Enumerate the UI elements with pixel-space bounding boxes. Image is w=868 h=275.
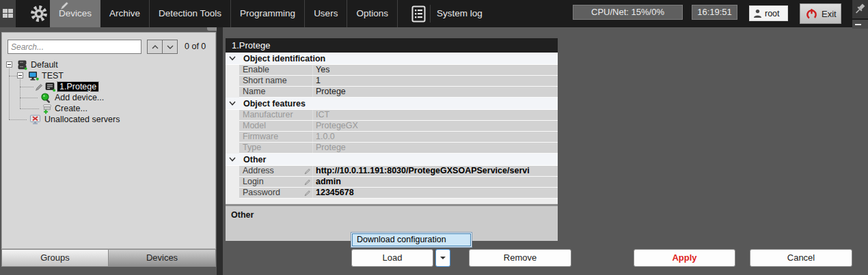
edit-pencil-icon (35, 83, 44, 91)
chevron-down-icon (229, 56, 236, 61)
search-input[interactable] (8, 40, 141, 54)
property-label: Manufacturer (239, 110, 313, 120)
footer-tab-devices[interactable]: Devices (108, 249, 216, 267)
exit-button[interactable]: Exit (800, 3, 841, 24)
property-value[interactable]: http://10.0.11.191:8030/ProtegeGXSOAPSer… (313, 166, 558, 176)
section-object-features[interactable]: Object features (226, 98, 558, 110)
dropdown-arrow-icon (440, 257, 446, 262)
chevron-down-icon (229, 101, 236, 106)
property-row-enable[interactable]: Enable Yes (239, 65, 558, 76)
property-row-short-name[interactable]: Short name 1 (239, 76, 558, 87)
gear-icon[interactable] (30, 5, 48, 23)
tab-devices[interactable]: Devices (50, 0, 100, 27)
panel-splitter[interactable] (217, 27, 223, 275)
search-next-button[interactable] (162, 40, 178, 54)
tree-item-default[interactable]: Default (2, 59, 217, 70)
tree-item-label: Unallocated servers (44, 115, 120, 124)
pin-button[interactable] (852, 0, 868, 18)
load-button[interactable]: Load (351, 249, 433, 267)
search-result-count: 0 of 0 (185, 42, 206, 51)
property-label: Enable (239, 65, 313, 75)
section-object-identification[interactable]: Object identification (226, 53, 558, 65)
tab-options[interactable]: Options (347, 0, 398, 27)
panel-title: 1.Protege (226, 38, 558, 53)
property-label: Model (239, 121, 313, 131)
property-row-firmware: Firmware 1.0.0 (239, 132, 558, 143)
tree-item-unallocated-servers[interactable]: Unallocated servers (2, 114, 217, 125)
property-label: Address (239, 166, 313, 176)
apply-button[interactable]: Apply (634, 249, 735, 267)
user-name: root (765, 9, 780, 18)
tab-users[interactable]: Users (305, 0, 347, 27)
tree-item-label: Create... (55, 104, 87, 113)
top-bar: Devices Archive Detection Tools Programm… (0, 0, 868, 27)
chevron-down-icon (167, 45, 174, 49)
tree-item-label: Add device... (55, 93, 104, 102)
edit-pencil-icon (304, 179, 311, 186)
section-title: Object features (243, 99, 306, 108)
property-value[interactable]: 12345678 (313, 188, 558, 198)
description-title: Other (226, 206, 558, 220)
collapse-button[interactable] (852, 20, 868, 29)
property-label: Name (239, 87, 313, 97)
user-button[interactable]: root (749, 5, 788, 21)
create-box-icon (42, 104, 53, 114)
device-tree-panel: 0 of 0 Default TEST (1, 32, 216, 249)
property-value[interactable]: admin (313, 177, 558, 187)
property-label: Password (239, 188, 313, 198)
cancel-button[interactable]: Cancel (750, 249, 852, 267)
property-value[interactable]: Yes (313, 65, 558, 75)
footer-tab-groups[interactable]: Groups (1, 249, 109, 267)
tree-item-label: TEST (42, 71, 64, 81)
tree-expander[interactable] (17, 72, 23, 78)
user-icon (753, 9, 762, 18)
apps-menu-button[interactable] (0, 0, 16, 27)
property-value: Protege (313, 143, 558, 153)
clock: 16:19:51 (692, 5, 737, 20)
apps-grid-icon (3, 9, 13, 18)
unallocated-monitor-icon (29, 115, 42, 125)
power-icon (805, 8, 818, 20)
tree-expander[interactable] (6, 61, 12, 68)
edit-pencil-icon (304, 168, 311, 175)
minimize-icon (855, 24, 861, 25)
section-other[interactable]: Other (226, 154, 558, 166)
load-dropdown-button[interactable] (435, 249, 450, 267)
property-row-login[interactable]: Login admin (239, 177, 558, 188)
property-row-address[interactable]: Address http://10.0.11.191:8030/ProtegeG… (239, 166, 558, 177)
tab-detection-tools[interactable]: Detection Tools (150, 0, 231, 27)
tree-item-test[interactable]: TEST (2, 70, 217, 81)
property-value: ProtegeGX (313, 121, 558, 131)
system-log-label[interactable]: System log (437, 0, 483, 27)
property-row-model: Model ProtegeGX (239, 121, 558, 132)
remove-button[interactable]: Remove (469, 249, 571, 267)
section-title: Other (243, 155, 266, 164)
property-row-name[interactable]: Name Protege (239, 87, 558, 98)
load-dropdown-menu: Download configuration (351, 232, 472, 248)
tab-archive[interactable]: Archive (100, 0, 150, 27)
tree-item-protege[interactable]: 1.Protege (2, 81, 217, 92)
system-log-icon[interactable] (411, 5, 426, 25)
divider (430, 5, 431, 23)
tab-programming[interactable]: Programming (231, 0, 305, 27)
object-properties-panel: 1.Protege Object identification Enable Y… (226, 38, 558, 205)
grid-filler (226, 199, 558, 204)
monitor-icon (28, 71, 40, 81)
server-icon (17, 60, 28, 70)
main-tab-bar: Devices Archive Detection Tools Programm… (50, 0, 398, 27)
property-value: 1.0.0 (313, 132, 558, 142)
property-value[interactable]: Protege (313, 87, 558, 97)
tree-item-label: Default (31, 60, 58, 70)
tree-item-add-device[interactable]: Add device... (2, 92, 217, 103)
tree-item-create[interactable]: Create... (2, 103, 217, 114)
exit-label: Exit (822, 9, 837, 19)
search-prev-button[interactable] (147, 40, 163, 54)
property-row-password[interactable]: Password 12345678 (239, 188, 558, 199)
chevron-down-icon (229, 157, 236, 162)
device-icon (45, 82, 56, 92)
menu-item-download-configuration[interactable]: Download configuration (352, 233, 471, 246)
chevron-up-icon (152, 45, 159, 49)
property-value[interactable]: 1 (313, 76, 558, 86)
property-label: Type (239, 143, 313, 153)
property-value: ICT (313, 110, 558, 120)
